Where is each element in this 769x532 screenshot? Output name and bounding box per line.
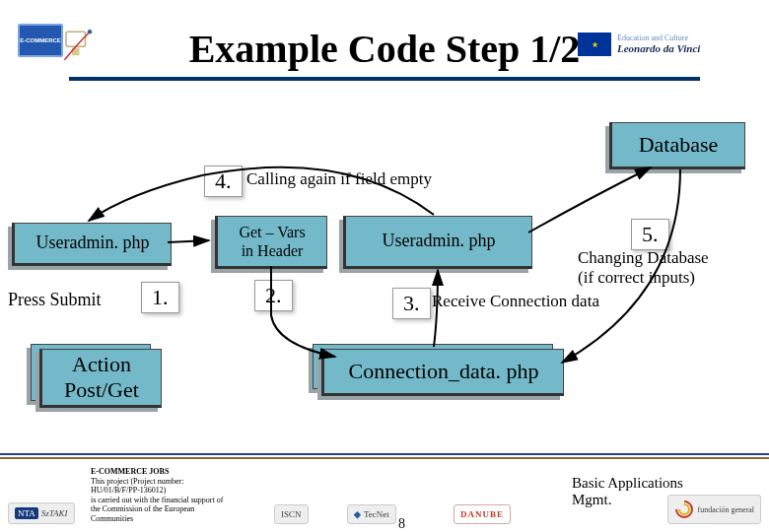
useradmin-left-label: Useradmin. php — [36, 233, 150, 254]
tecnet-logo-icon: ◆ TecNet — [347, 504, 396, 524]
svg-line-3 — [168, 240, 209, 242]
footer-rule-bot — [0, 457, 769, 459]
footer-project-line3: HU/01/B/F/PP-136012) — [91, 486, 166, 495]
footer-project-line2: This project (Project number: — [91, 477, 183, 486]
calling-again-text: Calling again if field empty — [246, 169, 432, 189]
footer-rule-top — [0, 453, 769, 455]
step-1-label: 1. — [141, 282, 179, 313]
basic-applications-text: Basic Applications Mgmt. — [572, 475, 683, 508]
eu-line1: Education and Culture — [617, 34, 700, 43]
getvars-box: Get – Vars in Header — [215, 216, 327, 269]
receive-connection-text: Receive Connection data — [432, 292, 599, 311]
footer-project-title: E-COMMERCE JOBS — [91, 467, 169, 476]
step-2-label: 2. — [254, 280, 293, 311]
footer-project-line4: is carried out with the financial suppor… — [91, 496, 223, 504]
database-box: Database — [609, 122, 745, 169]
useradmin-left-box: Useradmin. php — [12, 223, 172, 266]
eu-programme-badge: Education and Culture Leonardo da Vinci — [578, 20, 751, 69]
useradmin-right-label: Useradmin. php — [383, 231, 496, 252]
nta-sztaki-logo-icon: NTA SzTAKI — [8, 502, 75, 524]
step-4-label: 4. — [204, 166, 243, 197]
iscn-logo-icon: ISCN — [274, 504, 309, 524]
action-postget-label: Action Post/Get — [64, 352, 139, 404]
action-postget-box: Action Post/Get — [39, 349, 162, 408]
footer-project-line6: Communities — [91, 514, 133, 523]
footer-project-line5: the Commission of the European — [91, 504, 194, 513]
database-label: Database — [639, 132, 719, 158]
eu-line2: Leonardo da Vinci — [617, 42, 700, 54]
useradmin-right-box: Useradmin. php — [343, 216, 532, 269]
fundacion-general-logo-icon: fundación general — [667, 495, 761, 524]
connection-data-box: Connection_data. php — [321, 349, 564, 396]
eu-flag-icon — [578, 33, 611, 56]
step-5-label: 5. — [631, 219, 669, 250]
getvars-label: Get – Vars in Header — [239, 223, 305, 260]
swirl-icon — [674, 499, 694, 519]
press-submit-text: Press Submit — [8, 290, 102, 310]
danube-logo-icon: DANUBE — [454, 504, 511, 524]
changing-db-text: Changing Database (if correct inputs) — [578, 248, 709, 288]
title-underline — [69, 77, 700, 81]
page-number: 8 — [398, 516, 405, 532]
step-3-label: 3. — [392, 288, 431, 319]
connection-data-label: Connection_data. php — [348, 359, 538, 384]
